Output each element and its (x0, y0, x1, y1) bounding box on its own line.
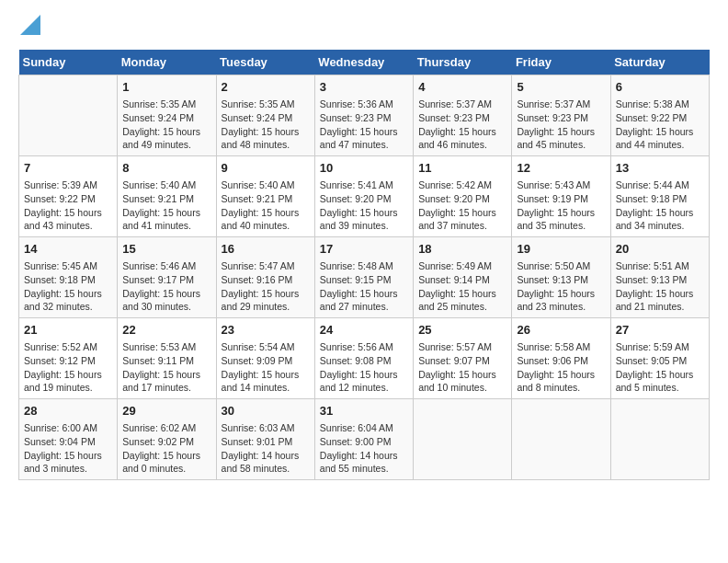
calendar-cell (414, 398, 512, 479)
cell-content: Sunrise: 5:43 AM (517, 178, 605, 192)
cell-content: and 45 minutes. (517, 138, 605, 152)
cell-content: and 0 minutes. (122, 462, 210, 476)
cell-content: Sunset: 9:23 PM (517, 111, 605, 125)
day-number: 16 (222, 241, 310, 258)
day-number: 2 (222, 79, 310, 96)
calendar-cell: 20Sunrise: 5:51 AMSunset: 9:13 PMDayligh… (610, 237, 709, 318)
cell-content: Sunrise: 5:39 AM (24, 178, 112, 192)
cell-content: Sunrise: 5:58 AM (517, 340, 605, 354)
cell-content: Daylight: 15 hours (122, 206, 210, 220)
svg-marker-0 (20, 15, 40, 35)
cell-content: Sunset: 9:13 PM (517, 273, 605, 287)
cell-content: Sunset: 9:18 PM (616, 192, 704, 206)
cell-content: Sunrise: 5:37 AM (517, 98, 605, 111)
cell-content: and 23 minutes. (517, 300, 605, 314)
calendar-cell: 31Sunrise: 6:04 AMSunset: 9:00 PMDayligh… (314, 398, 413, 479)
calendar-cell: 7Sunrise: 5:39 AMSunset: 9:22 PMDaylight… (19, 156, 118, 237)
cell-content: Sunrise: 5:47 AM (222, 259, 310, 273)
logo-arrow-icon (20, 15, 40, 35)
cell-content: Sunrise: 6:04 AM (320, 421, 408, 435)
cell-content: Sunrise: 5:45 AM (24, 259, 112, 273)
cell-content: Daylight: 15 hours (320, 368, 408, 382)
cell-content: Daylight: 15 hours (517, 368, 605, 382)
calendar-cell: 18Sunrise: 5:49 AMSunset: 9:14 PMDayligh… (414, 237, 512, 318)
cell-content: and 25 minutes. (418, 300, 506, 314)
cell-content: Sunrise: 5:56 AM (320, 340, 408, 354)
cell-content: Sunset: 9:16 PM (222, 273, 310, 287)
cell-content: Sunrise: 6:00 AM (24, 421, 112, 435)
cell-content: Sunrise: 5:40 AM (122, 178, 210, 192)
calendar-cell: 16Sunrise: 5:47 AMSunset: 9:16 PMDayligh… (216, 237, 314, 318)
calendar-cell: 19Sunrise: 5:50 AMSunset: 9:13 PMDayligh… (512, 237, 610, 318)
cell-content: Sunset: 9:22 PM (24, 192, 112, 206)
cell-content: Daylight: 15 hours (122, 368, 210, 382)
cell-content: Sunrise: 5:57 AM (418, 340, 506, 354)
calendar-cell: 6Sunrise: 5:38 AMSunset: 9:22 PMDaylight… (610, 75, 709, 156)
cell-content: Sunset: 9:17 PM (122, 273, 210, 287)
cell-content: and 30 minutes. (122, 300, 210, 314)
day-header-thursday: Thursday (414, 50, 512, 75)
cell-content: Sunset: 9:20 PM (320, 192, 408, 206)
cell-content: Daylight: 15 hours (616, 287, 704, 301)
cell-content: and 10 minutes. (418, 381, 506, 395)
day-number: 31 (320, 403, 408, 419)
cell-content: Sunset: 9:23 PM (320, 111, 408, 125)
day-number: 6 (616, 79, 704, 96)
day-number: 29 (122, 403, 210, 419)
cell-content: Daylight: 15 hours (517, 206, 605, 220)
day-header-monday: Monday (118, 50, 216, 75)
logo (18, 18, 40, 40)
calendar-cell: 11Sunrise: 5:42 AMSunset: 9:20 PMDayligh… (414, 156, 512, 237)
day-number: 17 (320, 241, 408, 258)
day-number: 25 (418, 322, 506, 339)
cell-content: Sunset: 9:02 PM (122, 435, 210, 449)
cell-content: Daylight: 15 hours (320, 287, 408, 301)
calendar-cell: 14Sunrise: 5:45 AMSunset: 9:18 PMDayligh… (19, 237, 118, 318)
cell-content: Sunrise: 5:40 AM (222, 178, 310, 192)
cell-content: and 21 minutes. (616, 300, 704, 314)
cell-content: Daylight: 15 hours (320, 125, 408, 139)
cell-content: Sunrise: 5:38 AM (616, 98, 704, 111)
cell-content: and 48 minutes. (222, 138, 310, 152)
cell-content: Sunrise: 5:37 AM (418, 98, 506, 111)
calendar-header-row: SundayMondayTuesdayWednesdayThursdayFrid… (19, 50, 710, 75)
cell-content: Sunrise: 5:53 AM (122, 340, 210, 354)
day-number: 7 (24, 160, 112, 177)
cell-content: Daylight: 15 hours (418, 125, 506, 139)
cell-content: Sunset: 9:12 PM (24, 354, 112, 368)
cell-content: and 12 minutes. (320, 381, 408, 395)
calendar-cell: 25Sunrise: 5:57 AMSunset: 9:07 PMDayligh… (414, 318, 512, 399)
cell-content: Sunrise: 5:48 AM (320, 259, 408, 273)
day-number: 21 (24, 322, 112, 339)
cell-content: and 39 minutes. (320, 219, 408, 233)
calendar-cell: 12Sunrise: 5:43 AMSunset: 9:19 PMDayligh… (512, 156, 610, 237)
calendar-cell: 15Sunrise: 5:46 AMSunset: 9:17 PMDayligh… (118, 237, 216, 318)
cell-content: Sunset: 9:00 PM (320, 435, 408, 449)
cell-content: Daylight: 15 hours (222, 125, 310, 139)
cell-content: and 14 minutes. (222, 381, 310, 395)
cell-content: and 41 minutes. (122, 219, 210, 233)
cell-content: Sunset: 9:04 PM (24, 435, 112, 449)
cell-content: Sunrise: 5:49 AM (418, 259, 506, 273)
day-number: 27 (616, 322, 704, 339)
calendar-cell: 5Sunrise: 5:37 AMSunset: 9:23 PMDaylight… (512, 75, 610, 156)
day-number: 30 (222, 403, 310, 419)
day-number: 9 (222, 160, 310, 177)
calendar-cell: 17Sunrise: 5:48 AMSunset: 9:15 PMDayligh… (314, 237, 413, 318)
cell-content: and 17 minutes. (122, 381, 210, 395)
cell-content: and 3 minutes. (24, 462, 112, 476)
cell-content: and 44 minutes. (616, 138, 704, 152)
cell-content: Daylight: 15 hours (222, 206, 310, 220)
cell-content: Daylight: 15 hours (418, 206, 506, 220)
cell-content: Sunrise: 5:51 AM (616, 259, 704, 273)
cell-content: Sunset: 9:11 PM (122, 354, 210, 368)
day-header-sunday: Sunday (19, 50, 118, 75)
day-number: 3 (320, 79, 408, 96)
cell-content: Sunset: 9:13 PM (616, 273, 704, 287)
cell-content: Sunrise: 5:36 AM (320, 98, 408, 111)
day-header-wednesday: Wednesday (314, 50, 413, 75)
cell-content: Sunset: 9:19 PM (517, 192, 605, 206)
cell-content: Sunset: 9:18 PM (24, 273, 112, 287)
cell-content: and 27 minutes. (320, 300, 408, 314)
day-number: 5 (517, 79, 605, 96)
